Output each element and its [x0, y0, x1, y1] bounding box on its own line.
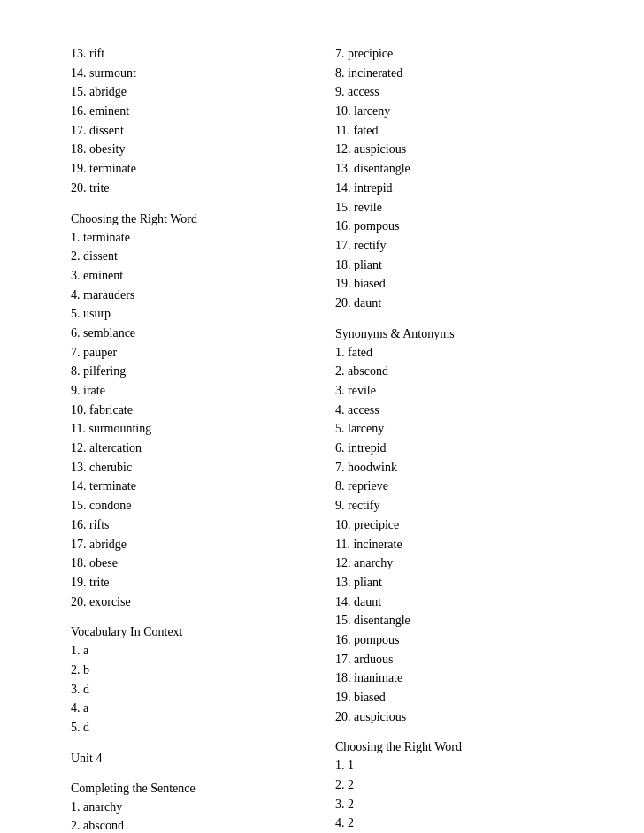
list-item: 18. inanimate [335, 669, 573, 688]
section-title: Synonyms & Antonyms [335, 327, 573, 341]
list-item: 15. disentangle [335, 611, 573, 630]
list-item: 16. pompous [335, 217, 573, 236]
section-choosing-right-word-left: Choosing the Right Word1. terminate2. di… [71, 212, 309, 612]
list-item: 17. abridge [71, 535, 309, 554]
section-title: Choosing the Right Word [71, 212, 309, 226]
list-item: 2. abscond [335, 362, 573, 381]
list-item: 14. intrepid [335, 179, 573, 198]
list-item: 11. surmounting [71, 419, 309, 439]
list-item: 1. terminate [71, 228, 309, 248]
list-item: 15. abridge [71, 82, 309, 102]
list-item: 18. pliant [335, 256, 573, 275]
list-item: 3. eminent [71, 266, 309, 286]
list-item: 13. rift [71, 44, 309, 64]
list-item: 1. anarchy [71, 798, 309, 817]
list-item: 10. larceny [335, 102, 573, 121]
list-item: 9. irate [71, 381, 309, 401]
list-item: 8. reprieve [335, 477, 573, 496]
section-choosing-right-word-right: Choosing the Right Word1. 12. 23. 24. 25… [335, 740, 573, 833]
list-item: 19. biased [335, 274, 573, 294]
list-item: 4. marauders [71, 286, 309, 305]
list-item: 7. precipice [335, 44, 573, 64]
list-item: 8. pilfering [71, 362, 309, 381]
list-item: 17. dissent [71, 121, 309, 141]
list-item: 20. exorcise [71, 592, 309, 612]
list-item: 16. eminent [71, 102, 309, 121]
list-item: 8. incinerated [335, 64, 573, 83]
list-item: 17. arduous [335, 650, 573, 669]
section-vocabulary-in-context: Vocabulary In Context1. a2. b3. d4. a5. … [71, 625, 309, 737]
section-title: Unit 4 [71, 752, 309, 766]
list-item: 20. trite [71, 179, 309, 198]
list-item: 10. fabricate [71, 401, 309, 420]
list-item: 5. larceny [335, 419, 573, 439]
list-item: 13. pliant [335, 573, 573, 592]
list-item: 11. fated [335, 121, 573, 141]
section-title: Choosing the Right Word [335, 740, 573, 754]
list-item: 14. terminate [71, 477, 309, 496]
right-column: 7. precipice8. incinerated9. access10. l… [326, 44, 573, 833]
section-synonyms-antonyms: Synonyms & Antonyms1. fated2. abscond3. … [335, 327, 573, 727]
list-item: 16. pompous [335, 630, 573, 650]
list-item: 19. biased [335, 688, 573, 707]
section-completing-sentence: Completing the Sentence1. anarchy2. absc… [71, 782, 309, 833]
list-item: 17. rectify [335, 236, 573, 256]
list-item: 15. condone [71, 496, 309, 516]
list-item: 5. usurp [71, 304, 309, 324]
list-item: 9. access [335, 82, 573, 102]
list-item: 19. terminate [71, 159, 309, 179]
list-item: 1. a [71, 641, 309, 661]
list-item: 16. rifts [71, 516, 309, 535]
list-item: 5. d [71, 718, 309, 737]
list-item: 18. obesity [71, 140, 309, 159]
list-item: 1. fated [335, 343, 573, 363]
list-item: 3. revile [335, 381, 573, 401]
list-item: 6. intrepid [335, 439, 573, 458]
list-item: 19. trite [71, 573, 309, 592]
list-item: 4. 2 [335, 814, 573, 833]
list-item: 3. 2 [335, 795, 573, 814]
list-item: 4. access [335, 401, 573, 420]
list-item: 12. altercation [71, 439, 309, 458]
list-item: 9. rectify [335, 496, 573, 516]
list-item: 18. obese [71, 554, 309, 573]
list-item: 20. daunt [335, 294, 573, 313]
list-item: 14. surmount [71, 64, 309, 83]
list-item: 7. pauper [71, 343, 309, 363]
list-item: 13. disentangle [335, 159, 573, 179]
list-item: 2. b [71, 661, 309, 680]
list-item: 10. precipice [335, 516, 573, 535]
list-item: 2. abscond [71, 816, 309, 833]
section-continuation-right: 7. precipice8. incinerated9. access10. l… [335, 44, 573, 313]
list-item: 20. auspicious [335, 707, 573, 727]
list-item: 1. 1 [335, 756, 573, 776]
section-unit-4: Unit 4 [71, 752, 309, 768]
list-item: 15. revile [335, 198, 573, 218]
list-item: 12. anarchy [335, 554, 573, 573]
list-item: 7. hoodwink [335, 458, 573, 478]
list-item: 14. daunt [335, 592, 573, 612]
left-column: 13. rift14. surmount15. abridge16. emine… [71, 44, 326, 833]
page: 13. rift14. surmount15. abridge16. emine… [0, 0, 644, 833]
list-item: 11. incinerate [335, 535, 573, 554]
section-title: Vocabulary In Context [71, 625, 309, 639]
list-item: 6. semblance [71, 324, 309, 343]
list-item: 13. cherubic [71, 458, 309, 478]
list-item: 2. dissent [71, 247, 309, 266]
section-continuation: 13. rift14. surmount15. abridge16. emine… [71, 44, 309, 198]
list-item: 3. d [71, 680, 309, 699]
list-item: 4. a [71, 699, 309, 718]
section-title: Completing the Sentence [71, 782, 309, 796]
list-item: 12. auspicious [335, 140, 573, 159]
list-item: 2. 2 [335, 776, 573, 795]
